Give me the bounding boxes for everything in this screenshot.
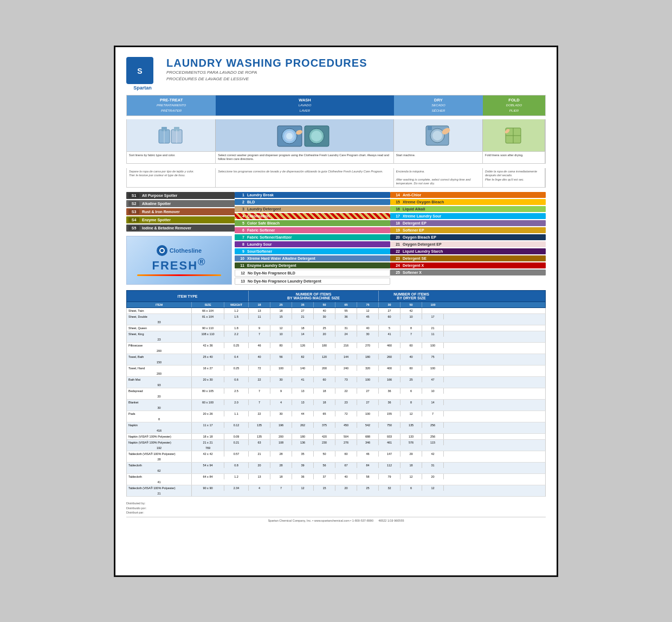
w18-subheader: 18 (249, 302, 270, 307)
w35-subheader: 35 (292, 302, 314, 307)
table-subheader: ITEM SIZE WEIGHT 18 25 35 50 65 75 30 50… (126, 302, 546, 308)
dryer-size-header: NUMBER OF ITEMSBY DRYER SIZE (379, 291, 444, 302)
product-17: 17 Xtreme Laundry Sour (390, 213, 546, 219)
product-25-num: 25 (392, 271, 400, 274)
d30-subheader: 30 (379, 302, 400, 307)
product-21: 21 Oxygen Detergent EP (390, 241, 546, 247)
product-15: 15 Xtreme Oxygen Bleach (390, 199, 546, 205)
table-row: Pads20 x 261.122304465721001551278 (126, 411, 546, 422)
product-1: 1 Laundry Break (235, 192, 390, 198)
wash-image (216, 119, 394, 151)
product-25: 25 Softener X (390, 270, 546, 275)
product-13-num: 13 (237, 279, 245, 283)
product-12: 12 No Dye-No Fragrance BLD (235, 270, 390, 277)
product-14: 14 Anti-Chlor (390, 192, 546, 198)
product-20: 20 Oxygen Bleach EP (390, 234, 546, 240)
table-row: Blanket60 x 1002.074131823273681430 (126, 400, 546, 411)
wash-text-1: Select correct washer program and dispen… (216, 152, 394, 163)
product-22-num: 22 (392, 249, 400, 253)
product-24-num: 24 (392, 264, 400, 267)
product-7: 7 Fabric Softener/Sanitizer (235, 234, 390, 240)
product-22: 22 Liquid Laundry Starch (390, 248, 546, 254)
fold-text-2: Doble la ropa de cama inmediatamente des… (483, 168, 545, 188)
product-12-name: No Dye-No Fragrance BLD (248, 271, 295, 275)
products-right-column: 14 Anti-Chlor 15 Xtreme Oxygen Bleach 16… (390, 192, 546, 286)
wash-size-header: NUMBER OF ITEMSBY WASHING MACHINE SIZE (249, 291, 379, 302)
table-row: Tablecloth (VISA® 100% Polyester)42 x 42… (126, 451, 546, 463)
product-14-name: Anti-Chlor (403, 193, 421, 197)
product-16-num: 16 (392, 207, 400, 211)
product-11: 11 Enzyme Laundry Detergent (235, 262, 390, 268)
product-6: 6 Fabric Softener (235, 227, 390, 233)
table-row: Sheet, King108 x 1102.271014202430417112… (126, 331, 546, 343)
subtitle-spanish: PROCEDIMIENTOS PARA LAVADO DE ROPA (166, 69, 367, 76)
product-12-num: 12 (237, 271, 245, 275)
item-subheader: ITEM (127, 302, 192, 307)
product-15-name: Xtreme Oxygen Bleach (403, 200, 444, 204)
clothesline-logo: Clothesline FRESH® (126, 236, 232, 285)
product-10-name: Xtreme Hard Water Alkaline Detergent (247, 257, 315, 260)
page-title: LAUNDRY WASHING PROCEDURES (166, 57, 367, 69)
product-4-num: 4 (237, 214, 244, 218)
table-body: Sheet, Twin66 x 1041.21318274055122742Sh… (126, 308, 546, 497)
table-row: Sheet, Twin66 x 1041.21318274055122742 (126, 308, 546, 314)
product-s5-name: Iodine & Betadine Remover (142, 226, 191, 230)
product-s3: S3 Rust & Iron Remover (126, 208, 235, 215)
footer-spartan: Spartan Chemical Company, Inc. • www.spa… (126, 517, 546, 522)
product-21-num: 21 (392, 242, 400, 246)
item-type-header: ITEM TYPE (127, 291, 249, 302)
spartan-logo-icon: S (126, 57, 153, 84)
page-wrapper: S Spartan LAUNDRY WASHING PROCEDURES PRO… (114, 46, 558, 577)
d50-subheader: 50 (400, 302, 422, 307)
step-fold-header: FOLDDOBLADOPLIER (483, 95, 545, 116)
product-s2: S2 Alkaline Spotter (126, 200, 235, 207)
product-7-name: Fabric Softener/Sanitizer (247, 235, 292, 239)
table-row: Tablecloth64 x 841.213183637405879122041 (126, 474, 546, 485)
product-s2-badge: S2 (128, 201, 139, 206)
w50-subheader: 50 (314, 302, 335, 307)
product-5: 5 Color Safe Bleach (235, 220, 390, 226)
distributor-line1: Distribuido por: (126, 506, 146, 510)
footer-distributed: Distributed by: Distribuido por: Distrib… (126, 501, 546, 515)
table-row: Sheet, Double81 x 1041.51115213036456010… (126, 314, 546, 325)
product-17-num: 17 (392, 214, 400, 218)
dry-text-1: Start machine. (394, 152, 483, 163)
product-s2-name: Alkaline Spotter (142, 202, 171, 206)
table-row: Bedspread80 x 1052.579131822273661020 (126, 388, 546, 400)
product-s4-name: Enzyme Spotter (142, 218, 171, 222)
product-3-num: 3 (237, 207, 244, 211)
table-row: Towel, Hand16 x 270.25721001402002403204… (126, 365, 546, 377)
product-s3-badge: S3 (128, 209, 139, 214)
product-8-name: Laundry Sour (247, 242, 272, 246)
subtitle-french: PROCÉDURES DE LAVAGE DE LESSIVE (166, 76, 367, 82)
product-15-num: 15 (392, 200, 400, 204)
product-11-num: 11 (237, 264, 244, 267)
spartan-logo: S Spartan (126, 57, 159, 89)
product-20-name: Oxygen Bleach EP (403, 235, 436, 239)
product-19-name: Softener EP (403, 228, 424, 232)
product-3: 3 Laundry Detergent (235, 206, 390, 212)
table-row: Sheet, Queen90 x 1101.8912182531405821 (126, 325, 546, 331)
table-row: Towel, Bath25 x 400.44056821201441802604… (126, 354, 546, 365)
size-subheader: SIZE (192, 302, 224, 307)
table-row: Bath Mat20 x 300.62230416073100166254793 (126, 377, 546, 388)
step-text-row-2: Separe la ropa de cama por tipo de tejid… (126, 168, 546, 188)
product-18: 18 Detergent EP (390, 220, 546, 226)
product-10-num: 10 (237, 257, 244, 260)
clothesline-fresh: FRESH® (152, 256, 206, 273)
product-s1-name: All Purpose Spotter (142, 194, 177, 197)
product-19-num: 19 (392, 228, 400, 232)
product-9-num: 9 (237, 249, 244, 253)
product-23: 23 Detergent SE (390, 255, 546, 261)
w25-subheader: 25 (270, 302, 292, 307)
weight-subheader: WEIGHT (224, 302, 249, 307)
product-11-name: Enzyme Laundry Detergent (247, 264, 296, 267)
product-s1-badge: S1 (128, 193, 139, 198)
svg-rect-19 (428, 126, 432, 130)
product-23-name: Detergent SE (403, 257, 427, 260)
fold-text-1: Fold linens soon after drying. (483, 152, 545, 163)
product-3-name: Laundry Detergent (247, 207, 281, 211)
product-s5: S5 Iodine & Betadine Remover (126, 225, 235, 232)
product-16: 16 Liquid Alkali (390, 206, 546, 212)
svg-point-26 (160, 249, 164, 252)
